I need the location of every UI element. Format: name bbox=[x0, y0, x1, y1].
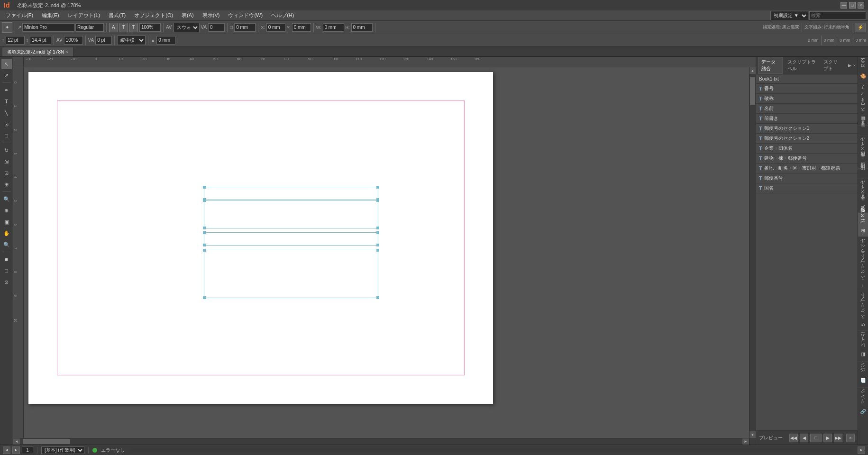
menu-table[interactable]: 表(A) bbox=[178, 11, 198, 20]
menu-file[interactable]: ファイル(F) bbox=[2, 11, 37, 20]
panel-close-btn[interactable]: × bbox=[853, 63, 856, 68]
w-input[interactable] bbox=[323, 23, 344, 32]
kern2-input[interactable] bbox=[95, 36, 112, 45]
preview-last-btn[interactable]: ▶▶ bbox=[834, 434, 842, 442]
x-input[interactable] bbox=[266, 23, 285, 32]
dm-field-postal[interactable]: T 郵便番号 bbox=[756, 173, 858, 183]
measure-tool[interactable]: ⊕ bbox=[1, 205, 12, 216]
workspace-dropdown[interactable]: 初期設定 ▼ bbox=[770, 11, 808, 20]
panel-char-style[interactable]: A 文字スタイル bbox=[858, 178, 868, 212]
preview-close-btn[interactable]: × bbox=[846, 434, 855, 442]
dm-field-preface[interactable]: T 前書き bbox=[756, 114, 858, 124]
pen-tool[interactable]: ✒ bbox=[1, 85, 12, 95]
menu-view[interactable]: 表示(V) bbox=[199, 11, 224, 20]
stroke-width-input[interactable] bbox=[234, 23, 256, 32]
mode-dropdown[interactable]: [基本] (作業用) bbox=[41, 446, 84, 454]
vertical-dropdown[interactable]: 縦中横 bbox=[117, 36, 146, 45]
menu-type[interactable]: 書式(T) bbox=[105, 11, 129, 20]
direct-select-tool[interactable]: ↗ bbox=[1, 70, 12, 81]
char-size-med-btn[interactable]: T bbox=[119, 23, 128, 32]
font-size-input[interactable] bbox=[139, 23, 161, 32]
search-input[interactable] bbox=[809, 11, 866, 20]
eyedropper-tool[interactable]: 🔍 bbox=[1, 194, 12, 204]
panel-script-label[interactable]: ≡ スクリプトラベル bbox=[858, 237, 868, 291]
normal-mode-btn[interactable]: □ bbox=[1, 265, 12, 276]
char-size-large-btn[interactable]: A bbox=[109, 23, 118, 32]
free-transform-tool[interactable]: ⊞ bbox=[1, 179, 12, 190]
tab-close-btn[interactable]: × bbox=[66, 50, 68, 55]
panel-page[interactable]: 📄 ページ bbox=[858, 361, 868, 387]
scrollbar-horizontal[interactable]: ◄ ► bbox=[13, 438, 749, 445]
tab-script-label[interactable]: スクリプトラベル bbox=[785, 57, 819, 73]
close-button[interactable]: × bbox=[858, 2, 864, 9]
dm-field-zip2[interactable]: T 郵便号のセクション2 bbox=[756, 134, 858, 144]
tab-data-merge[interactable]: データ結合 bbox=[758, 57, 783, 74]
menu-object[interactable]: オブジェクト(O) bbox=[130, 11, 177, 20]
preview-mode-btn[interactable]: ⊙ bbox=[1, 277, 12, 287]
page-number-input[interactable] bbox=[22, 446, 33, 454]
text-frame-1[interactable] bbox=[204, 187, 378, 200]
line-tool[interactable]: ╲ bbox=[1, 108, 12, 118]
tab-main-doc[interactable]: 名称未設定-2.indd @ 178N × bbox=[2, 47, 73, 56]
zoom-tool[interactable]: 🔍 bbox=[1, 239, 12, 250]
menu-help[interactable]: ヘルプ(H) bbox=[267, 11, 298, 20]
dm-field-building[interactable]: T 建物・棟・郵便番号 bbox=[756, 154, 858, 164]
dm-field-zip1[interactable]: T 郵便号のセクション1 bbox=[756, 124, 858, 134]
page-next-btn[interactable]: ► bbox=[12, 446, 20, 454]
dm-field-name[interactable]: T 名前 bbox=[756, 104, 858, 114]
rotate-tool[interactable]: ↻ bbox=[1, 145, 12, 155]
preview-first-btn[interactable]: ◀◀ bbox=[789, 434, 798, 442]
scale-tool[interactable]: ⇲ bbox=[1, 156, 12, 167]
panel-color[interactable]: 🎨 カラー bbox=[858, 57, 868, 83]
panel-data-merge[interactable]: ⊞ データ結合 bbox=[858, 212, 868, 237]
minimize-button[interactable]: — bbox=[841, 2, 847, 9]
panel-script[interactable]: S スクリプト bbox=[858, 291, 868, 330]
rect-tool[interactable]: □ bbox=[1, 130, 12, 141]
rect-frame-tool[interactable]: ⊡ bbox=[1, 119, 12, 129]
y-input[interactable] bbox=[292, 23, 311, 32]
fill-stroke-btn[interactable]: ■ bbox=[1, 254, 12, 264]
type-tool[interactable]: T bbox=[1, 96, 12, 107]
char-size-small-btn[interactable]: T bbox=[129, 23, 138, 32]
scroll-left-btn[interactable]: ◄ bbox=[13, 438, 20, 445]
scroll-up-btn[interactable]: ▲ bbox=[749, 67, 756, 74]
menu-window[interactable]: ウィンドウ(W) bbox=[224, 11, 266, 20]
dm-field-honorific[interactable]: T 敬称 bbox=[756, 94, 858, 104]
font-name-input[interactable] bbox=[22, 23, 74, 32]
tab-script[interactable]: スクリプト bbox=[821, 57, 844, 73]
menu-edit[interactable]: 編集(E) bbox=[38, 11, 63, 20]
dm-field-country[interactable]: T 国名 bbox=[756, 183, 858, 193]
scroll-thumb-v[interactable] bbox=[750, 77, 755, 105]
scroll-right-btn[interactable]: ► bbox=[742, 438, 749, 445]
panel-para-style[interactable]: ¶ 段落スタイル bbox=[858, 135, 868, 168]
status-expand-btn[interactable]: ► bbox=[858, 446, 865, 454]
font-style-input[interactable] bbox=[75, 23, 104, 32]
tracking-dropdown[interactable]: スウォッ... bbox=[174, 23, 200, 32]
text-frame-3[interactable] bbox=[204, 232, 378, 246]
panel-para[interactable]: 段 段落 bbox=[858, 168, 868, 178]
track2-input[interactable] bbox=[64, 36, 83, 45]
preview-next-btn[interactable]: ▶ bbox=[823, 434, 832, 442]
gradient-tool[interactable]: ▣ bbox=[1, 217, 12, 227]
page-prev-btn[interactable]: ◄ bbox=[3, 446, 10, 454]
text-frame-2[interactable] bbox=[204, 200, 378, 228]
baseline-input[interactable] bbox=[156, 36, 175, 45]
text-frame-4[interactable] bbox=[204, 250, 378, 298]
scroll-down-btn[interactable]: ▼ bbox=[749, 431, 756, 438]
kern-input[interactable] bbox=[208, 23, 225, 32]
leading-input[interactable] bbox=[30, 36, 51, 45]
menu-layout[interactable]: レイアウト(L) bbox=[64, 11, 104, 20]
h-input[interactable] bbox=[351, 23, 373, 32]
lightning-btn[interactable]: ⚡ bbox=[855, 23, 866, 32]
pt-size-input[interactable] bbox=[6, 36, 25, 45]
panel-layer[interactable]: ◧ レイヤー bbox=[858, 330, 868, 361]
panel-char[interactable]: 字 文字 bbox=[858, 125, 868, 135]
scrollbar-vertical[interactable]: ▲ ▼ bbox=[749, 67, 756, 445]
select-tool[interactable]: ↖ bbox=[1, 59, 12, 69]
hand-tool[interactable]: ✋ bbox=[1, 228, 12, 238]
panel-link[interactable]: 🔗 リンク bbox=[858, 387, 868, 419]
shear-tool[interactable]: ⊡ bbox=[1, 168, 12, 178]
dm-field-address[interactable]: T 番地・町名・区・市町村・都道府県 bbox=[756, 164, 858, 173]
panel-menu-btn[interactable]: ▶ bbox=[848, 63, 851, 68]
panel-swatch[interactable]: ▦ スウォッチ bbox=[858, 83, 868, 125]
